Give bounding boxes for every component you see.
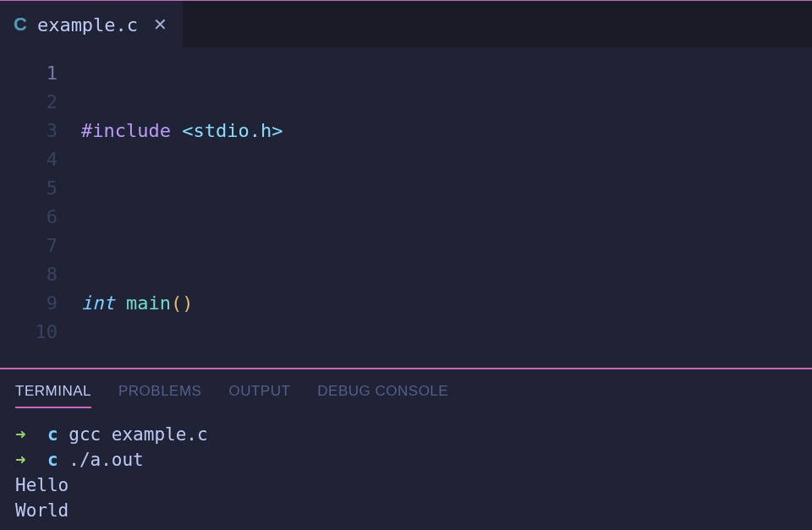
prompt-arrow-icon: ➜ [15,424,26,445]
line-number: 7 [0,232,58,260]
terminal-output: World [15,498,797,523]
terminal-output: Hello [15,473,797,498]
code-editor[interactable]: 1 2 3 4 5 6 7 8 9 10 #include <stdio.h> … [0,47,812,368]
prompt-dir: c [47,450,58,470]
terminal[interactable]: ➜ c gcc example.c ➜ c ./a.out Hello Worl… [15,417,797,523]
line-number: 9 [0,289,58,318]
file-tab[interactable]: C example.c ✕ [0,1,183,47]
bottom-panel: TERMINAL PROBLEMS OUTPUT DEBUG CONSOLE ➜… [0,369,812,530]
close-icon[interactable]: ✕ [153,14,167,35]
prompt-arrow-icon: ➜ [15,450,26,470]
tab-terminal[interactable]: TERMINAL [15,383,91,407]
line-number: 4 [0,145,58,174]
code-line: int main() [81,289,812,318]
line-number: 1 [0,59,58,88]
code-content[interactable]: #include <stdio.h> int main() { printf("… [81,59,812,368]
terminal-line: ➜ c ./a.out [15,447,797,473]
tab-problems[interactable]: PROBLEMS [118,383,201,407]
terminal-command: gcc example.c [69,424,207,445]
code-line [81,203,812,232]
terminal-command: ./a.out [69,450,144,470]
panel-tab-bar: TERMINAL PROBLEMS OUTPUT DEBUG CONSOLE [15,369,797,417]
tab-filename: example.c [37,14,138,36]
tab-debug-console[interactable]: DEBUG CONSOLE [317,383,448,407]
editor-window: C example.c ✕ 1 2 3 4 5 6 7 8 9 10 #incl… [0,0,812,530]
c-file-icon: C [14,14,27,36]
tab-bar: C example.c ✕ [0,0,812,47]
tab-output[interactable]: OUTPUT [228,383,290,407]
line-number: 5 [0,174,58,203]
line-number: 6 [0,203,58,232]
line-number: 2 [0,88,58,117]
line-number: 3 [0,117,58,145]
prompt-dir: c [47,424,58,445]
code-line: #include <stdio.h> [81,117,812,145]
line-number: 8 [0,260,58,289]
line-number: 10 [0,318,58,347]
terminal-line: ➜ c gcc example.c [15,422,797,447]
line-number-gutter: 1 2 3 4 5 6 7 8 9 10 [0,59,81,368]
